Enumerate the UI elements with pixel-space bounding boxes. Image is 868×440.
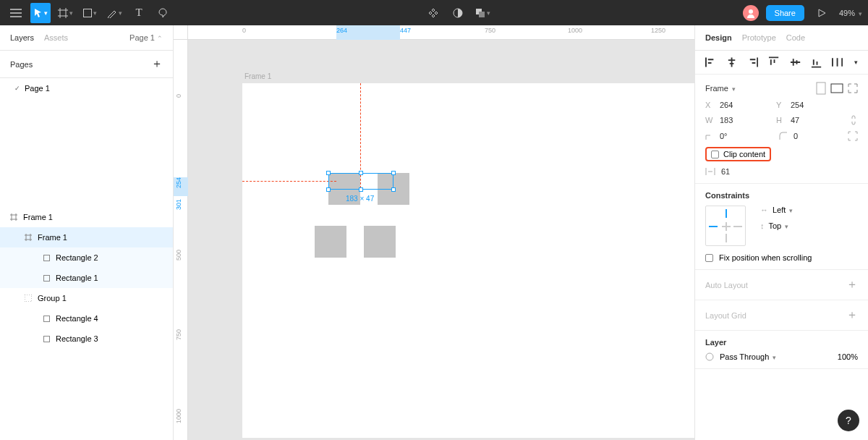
radius-value[interactable]: 0	[793, 132, 830, 140]
boolean-button[interactable]: ▾	[472, 3, 493, 23]
ruler-tick: 301	[175, 199, 182, 210]
align-left-icon[interactable]	[705, 56, 716, 68]
selection-handle[interactable]	[326, 171, 331, 175]
tab-layers[interactable]: Layers	[10, 33, 34, 42]
layer-row[interactable]: Rectangle 4	[0, 308, 173, 329]
play-button[interactable]	[812, 3, 832, 23]
rectangle-shape[interactable]	[315, 226, 346, 258]
constraint-h[interactable]: Left ▾	[773, 206, 793, 214]
add-layout-grid-button[interactable]: ＋	[846, 308, 858, 323]
rotation-icon	[705, 132, 714, 140]
layer-name: Rectangle 2	[56, 253, 98, 262]
layer-row[interactable]: Group 1	[0, 288, 173, 308]
layer-row[interactable]: Rectangle 2	[0, 248, 173, 268]
menu-button[interactable]	[6, 3, 26, 23]
radius-icon	[779, 132, 788, 140]
tab-design[interactable]: Design	[705, 33, 732, 42]
x-value[interactable]: 264	[720, 101, 756, 109]
shape-tool[interactable]: ▾	[80, 3, 100, 23]
resize-to-fit-icon[interactable]	[848, 83, 858, 93]
x-label: X	[705, 101, 714, 109]
rectangle-icon	[43, 336, 50, 342]
frame-tool[interactable]: ▾	[55, 3, 75, 23]
frame-label[interactable]: Frame 1	[244, 72, 271, 80]
comment-tool[interactable]	[153, 3, 174, 23]
zoom-level[interactable]: 49% ▾	[839, 9, 862, 17]
frame-icon	[10, 213, 17, 221]
h-value[interactable]: 47	[791, 116, 827, 124]
layer-row[interactable]: Rectangle 1	[0, 268, 173, 288]
tab-code[interactable]: Code	[786, 33, 805, 42]
rotation-value[interactable]: 0°	[720, 132, 756, 140]
layer-row[interactable]: Frame 1	[0, 227, 173, 248]
text-tool[interactable]: T	[129, 3, 149, 23]
share-button[interactable]: Share	[766, 5, 804, 21]
spacing-value[interactable]: 61	[721, 167, 757, 176]
align-top-icon[interactable]	[768, 56, 779, 68]
ruler-tick: 0	[175, 94, 182, 98]
blend-icon	[705, 352, 714, 361]
independent-corners-icon[interactable]	[848, 131, 858, 141]
ruler-horizontal[interactable]: 0264447750100012501500	[188, 25, 694, 40]
fix-position-label[interactable]: Fix position when scrolling	[719, 253, 812, 262]
svg-rect-7	[831, 84, 843, 93]
w-value[interactable]: 183	[720, 116, 756, 124]
frame-background[interactable]	[242, 83, 694, 438]
clip-content-checkbox[interactable]	[711, 151, 719, 158]
selection-handle[interactable]	[391, 171, 396, 175]
selection-handle[interactable]	[391, 187, 396, 192]
fix-position-checkbox[interactable]	[705, 254, 713, 262]
orientation-portrait-icon[interactable]	[816, 82, 826, 95]
rectangle-shape[interactable]	[364, 226, 396, 258]
clip-content-highlight: Clip content	[705, 147, 771, 161]
layer-name: Rectangle 1	[56, 274, 98, 282]
constrain-proportions-icon[interactable]	[849, 115, 858, 125]
y-value[interactable]: 254	[791, 101, 827, 109]
mask-button[interactable]	[448, 3, 468, 23]
tab-assets[interactable]: Assets	[44, 33, 68, 42]
layout-grid-title: Layout Grid	[705, 311, 746, 320]
svg-rect-5	[25, 295, 32, 302]
add-page-button[interactable]: ＋	[151, 56, 163, 72]
canvas[interactable]: 0264447750100012501500 02543015007501000…	[174, 25, 694, 440]
blend-mode[interactable]: Pass Through ▾	[720, 352, 776, 361]
w-label: W	[705, 116, 714, 124]
add-auto-layout-button[interactable]: ＋	[846, 277, 858, 292]
constraints-widget[interactable]	[705, 206, 746, 246]
frame-type[interactable]: Frame ▾	[705, 84, 736, 93]
ruler-tick: 447	[400, 27, 411, 34]
layer-row[interactable]: Rectangle 3	[0, 329, 173, 349]
page-name: Page 1	[25, 84, 50, 93]
tab-prototype[interactable]: Prototype	[742, 33, 776, 42]
h-label: H	[776, 116, 785, 124]
selection-handle[interactable]	[359, 187, 363, 192]
clip-content-label[interactable]: Clip content	[723, 150, 765, 158]
layer-row[interactable]: Frame 1	[0, 207, 173, 227]
constraint-v[interactable]: Top ▾	[769, 221, 789, 230]
page-indicator[interactable]: Page 1 ⌃	[129, 33, 163, 42]
pen-tool[interactable]: ▾	[104, 3, 124, 23]
svg-rect-6	[817, 82, 825, 94]
page-item[interactable]: ✓ Page 1	[0, 78, 173, 98]
layer-name: Frame 1	[23, 213, 53, 221]
help-button[interactable]: ?	[838, 410, 859, 431]
align-bottom-icon[interactable]	[811, 56, 822, 68]
ruler-vertical[interactable]: 02543015007501000	[174, 40, 188, 440]
svg-point-4	[749, 9, 753, 14]
align-hcenter-icon[interactable]	[726, 56, 737, 68]
ruler-tick: 0	[242, 27, 246, 34]
align-right-icon[interactable]	[747, 56, 758, 68]
svg-rect-0	[83, 9, 91, 17]
distribute-icon[interactable]	[832, 56, 843, 68]
opacity-value[interactable]: 100%	[838, 352, 858, 361]
align-vcenter-icon[interactable]	[790, 56, 801, 68]
user-avatar[interactable]	[743, 5, 759, 21]
selection-handle[interactable]	[359, 171, 363, 175]
selection-handle[interactable]	[326, 187, 331, 192]
ruler-tick: 1000	[175, 409, 182, 423]
layer-name: Group 1	[38, 294, 67, 302]
ruler-tick: 750	[485, 27, 495, 34]
components-button[interactable]	[423, 3, 443, 23]
orientation-landscape-icon[interactable]	[830, 83, 843, 93]
move-tool[interactable]: ▾	[30, 3, 51, 23]
